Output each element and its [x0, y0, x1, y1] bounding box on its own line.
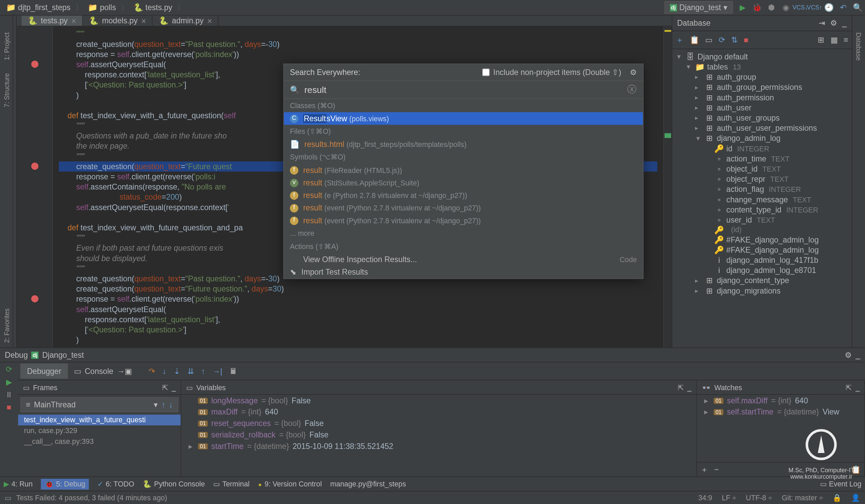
sync-icon[interactable]: ⇅ — [731, 35, 738, 45]
variable-row[interactable]: 01 reset_sequences = {bool} False — [182, 418, 696, 429]
more-icon[interactable]: ⎯ — [687, 383, 691, 391]
tree-row[interactable]: ▫change_messageTEXT — [672, 194, 852, 204]
editor-gutter[interactable] — [17, 26, 53, 347]
stack-frame[interactable]: run, case.py:329 — [18, 425, 181, 436]
gear-icon[interactable]: ⚙ — [845, 350, 852, 360]
thread-dropdown[interactable]: ≡ MainThread ▾ ↑↓ — [20, 397, 178, 412]
tree-arrow-icon[interactable]: ▸ — [695, 115, 702, 121]
editor-tab[interactable]: 🐍 models.py × — [83, 15, 153, 26]
vcs-history-button[interactable]: 🕘 — [824, 3, 833, 12]
tree-row[interactable]: ▼⊞django_admin_log — [672, 133, 852, 143]
console-icon[interactable]: ▭ — [705, 35, 712, 45]
more-icon[interactable]: ⎯ — [855, 383, 860, 391]
more-icon[interactable]: ⎯ — [172, 383, 176, 391]
resume-icon[interactable]: ▶ — [6, 377, 12, 386]
tree-row[interactable]: ▸⊞auth_user — [672, 103, 852, 113]
tree-arrow-icon[interactable]: ▸ — [695, 277, 702, 284]
pin-icon[interactable]: ⇱ — [678, 383, 684, 391]
tree-row[interactable]: ▫object_idTEXT — [672, 164, 852, 174]
structure-tool-tab[interactable]: 7: Structure — [1, 69, 11, 112]
clear-icon[interactable]: ⓧ — [627, 83, 637, 96]
stack-frame[interactable]: __call__, case.py:393 — [18, 436, 181, 447]
undo-button[interactable]: ↶ — [839, 3, 848, 12]
lock-icon[interactable]: 🔒 — [833, 493, 842, 502]
project-tool-tab[interactable]: 1: Project — [1, 28, 11, 65]
search-result-item[interactable]: fresult (event (Python 2.7.8 virtualenv … — [284, 214, 643, 227]
tree-arrow-icon[interactable]: ▼ — [695, 135, 702, 142]
step-into-my-icon[interactable]: ⇣ — [170, 366, 184, 376]
variable-row[interactable]: 01 longMessage = {bool} False — [182, 395, 696, 406]
tree-arrow-icon[interactable]: ▸ — [695, 74, 702, 80]
tree-arrow-icon[interactable]: ▸ — [695, 288, 702, 294]
tree-row[interactable]: ▸⊞django_content_type — [672, 275, 852, 285]
event-log-tab[interactable]: ▭Event Log — [820, 480, 862, 488]
debugger-tab[interactable]: Debugger — [20, 363, 68, 378]
add-icon[interactable]: ＋ — [676, 34, 683, 45]
close-icon[interactable]: × — [207, 16, 212, 25]
stack-frame[interactable]: test_index_view_with_a_future_questi — [18, 414, 181, 425]
run-tool-tab[interactable]: ▶4: Run — [4, 480, 33, 488]
filter-icon[interactable]: ▦ — [831, 35, 838, 45]
tree-row[interactable]: idjango_admin_log_e8701 — [672, 265, 852, 275]
hide-icon[interactable]: ⎯ — [842, 19, 847, 28]
search-action-item[interactable]: View Offline Inspection Results...Code — [284, 253, 643, 266]
evaluate-icon[interactable]: 🖩 — [226, 366, 241, 376]
vcs-tab[interactable]: ⬥9: Version Control — [258, 480, 322, 488]
favorites-tool-tab[interactable]: 2: Favorites — [1, 303, 11, 347]
add-watch-icon[interactable]: ＋ — [701, 464, 708, 475]
search-result-item[interactable]: fresult (event (Python 2.7.8 virtualenv … — [284, 202, 643, 214]
search-result-item[interactable]: C ResultsView (polls.views) — [284, 112, 643, 125]
line-separator[interactable]: LF ÷ — [722, 493, 736, 502]
coverage-button[interactable]: ⬢ — [767, 3, 776, 12]
console-tab[interactable]: ▭Console→▣ — [68, 364, 138, 378]
pin-icon[interactable]: ⇱ — [846, 383, 852, 391]
search-result-item[interactable]: 📄 results.html (djtp_first_steps/polls/t… — [284, 138, 643, 151]
run-config-dropdown[interactable]: dj Django_test ▾ — [664, 1, 733, 14]
run-button[interactable]: ▶ — [738, 3, 747, 12]
profile-button[interactable]: ◉ — [781, 3, 790, 12]
debug-tool-tab[interactable]: 🐞5: Debug — [41, 479, 89, 490]
variable-row[interactable]: 01 maxDiff = {int} 640 — [182, 406, 696, 418]
tree-arrow-icon[interactable]: ▸ — [695, 94, 702, 101]
rerun-icon[interactable]: ⟳ — [6, 365, 12, 374]
copy-icon[interactable]: 📋 — [690, 35, 699, 45]
tree-row[interactable]: ▸⊞auth_permission — [672, 93, 852, 103]
git-branch[interactable]: Git: master ÷ — [782, 493, 823, 502]
stop-icon[interactable]: ■ — [744, 35, 748, 45]
tree-row[interactable]: ▸⊞auth_group — [672, 72, 852, 82]
breakpoint-icon[interactable] — [31, 163, 38, 169]
gear-icon[interactable]: ⚙ — [830, 19, 837, 28]
search-button[interactable]: 🔍 — [853, 3, 862, 12]
search-result-item[interactable]: vresult (StdSuites.AppleScript_Suite) — [284, 176, 643, 189]
step-out-icon[interactable]: ↑ — [198, 366, 209, 376]
tree-row[interactable]: 🔑#FAKE_django_admin_log — [672, 245, 852, 255]
tree-arrow-icon[interactable]: ▸ — [695, 125, 702, 131]
breadcrumb-item[interactable]: 🐍tests.py — [130, 2, 176, 13]
tree-row[interactable]: ▸⊞auth_group_permissions — [672, 82, 852, 92]
python-console-tab[interactable]: 🐍Python Console — [142, 480, 205, 488]
gear-icon[interactable]: ⚙ — [630, 68, 637, 77]
tree-arrow-icon[interactable]: ▸ — [695, 84, 702, 91]
table-icon[interactable]: ⊞ — [818, 35, 824, 45]
editor-tab[interactable]: 🐍 admin.py × — [153, 15, 219, 26]
todo-tool-tab[interactable]: ✓6: TODO — [97, 480, 134, 488]
tree-row[interactable]: ▼🗄Django default — [672, 52, 852, 62]
hide-icon[interactable]: ⎯ — [855, 350, 860, 360]
variable-row[interactable]: ▸01 startTime = {datetime} 2015-10-09 11… — [182, 441, 696, 452]
run-to-cursor-icon[interactable]: →| — [209, 366, 226, 376]
tree-row[interactable]: 🔑(id) — [672, 225, 852, 234]
more-icon[interactable]: ≡ — [844, 35, 848, 45]
encoding[interactable]: UTF-8 ÷ — [746, 493, 772, 502]
search-action-item[interactable]: ⬊Import Test Results — [284, 266, 643, 278]
watch-row[interactable]: ▸01 self.startTime = {datetime} View — [697, 406, 865, 418]
pause-icon[interactable]: ⏸ — [5, 390, 13, 399]
tree-row[interactable]: ▸⊞django_migrations — [672, 285, 852, 296]
variable-row[interactable]: 01 serialized_rollback = {bool} False — [182, 429, 696, 441]
include-nonproject-checkbox[interactable] — [482, 68, 489, 76]
tree-row[interactable]: ▫action_flagINTEGER — [672, 184, 852, 194]
close-icon[interactable]: × — [71, 16, 76, 25]
tree-row[interactable]: 🔑idINTEGER — [672, 143, 852, 154]
tree-arrow-icon[interactable]: ▼ — [685, 63, 693, 70]
step-into-icon[interactable]: ↓ — [159, 366, 170, 376]
tree-row[interactable]: ▫action_timeTEXT — [672, 154, 852, 164]
